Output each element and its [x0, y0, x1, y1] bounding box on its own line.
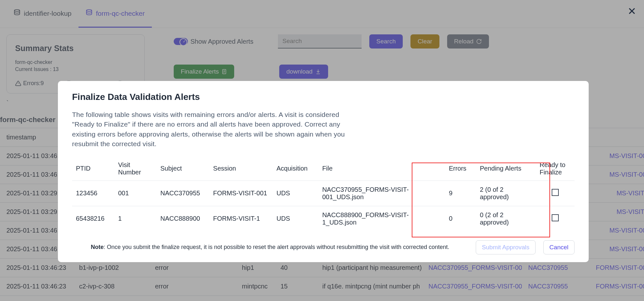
- mcol-file: File: [318, 157, 445, 181]
- modal-title: Finalize Data Validation Alerts: [72, 92, 575, 102]
- mcell-ready: [536, 181, 575, 206]
- ready-checkbox[interactable]: [552, 214, 559, 221]
- modal-table-header: PTID Visit Number Subject Session Acquis…: [72, 157, 575, 181]
- mcol-session: Session: [209, 157, 273, 181]
- modal-table-row: 123456001NACC370955FORMS-VISIT-001UDSNAC…: [72, 181, 575, 206]
- mcell-errors: 0: [445, 206, 476, 231]
- mcell-subject: NACC888900: [157, 206, 209, 231]
- note-text: : Once you submit the finalize request, …: [104, 244, 449, 250]
- submit-approvals-button[interactable]: Submit Approvals: [476, 240, 536, 254]
- mcell-session: FORMS-VISIT-1: [209, 206, 273, 231]
- mcell-pending: 2 (0 of 2 approved): [476, 181, 536, 206]
- mcol-errors: Errors: [445, 157, 476, 181]
- mcell-ready: [536, 206, 575, 231]
- mcell-file: NACC370955_FORMS-VISIT-001_UDS.json: [318, 181, 445, 206]
- mcol-subject: Subject: [157, 157, 209, 181]
- mcol-acq: Acquisition: [272, 157, 318, 181]
- mcell-ptid: 65438216: [72, 206, 114, 231]
- mcell-visitnum: 1: [114, 206, 156, 231]
- mcell-subject: NACC370955: [157, 181, 209, 206]
- modal-note: Note: Once you submit the finalize reque…: [72, 244, 468, 251]
- modal-table-row: 654382161NACC888900FORMS-VISIT-1UDSNACC8…: [72, 206, 575, 231]
- finalize-modal: Finalize Data Validation Alerts The foll…: [58, 81, 589, 262]
- note-label: Note: [91, 244, 104, 250]
- ready-checkbox[interactable]: [552, 189, 559, 196]
- cancel-button[interactable]: Cancel: [543, 240, 575, 254]
- mcell-acq: UDS: [272, 206, 318, 231]
- mcell-acq: UDS: [272, 181, 318, 206]
- mcell-visitnum: 001: [114, 181, 156, 206]
- close-icon[interactable]: ✕: [628, 5, 636, 17]
- mcell-pending: 0 (2 of 2 approved): [476, 206, 536, 231]
- mcol-ptid: PTID: [72, 157, 114, 181]
- mcol-ready: Ready to Finalize: [536, 157, 575, 181]
- mcell-session: FORMS-VISIT-001: [209, 181, 273, 206]
- mcell-file: NACC888900_FORMS-VISIT-1_UDS.json: [318, 206, 445, 231]
- mcol-pending: Pending Alerts: [476, 157, 536, 181]
- modal-intro: The following table shows visits with re…: [72, 110, 362, 149]
- modal-table: PTID Visit Number Subject Session Acquis…: [72, 157, 575, 231]
- mcol-visitnum: Visit Number: [114, 157, 156, 181]
- mcell-errors: 9: [445, 181, 476, 206]
- mcell-ptid: 123456: [72, 181, 114, 206]
- modal-footer: Note: Once you submit the finalize reque…: [72, 240, 575, 254]
